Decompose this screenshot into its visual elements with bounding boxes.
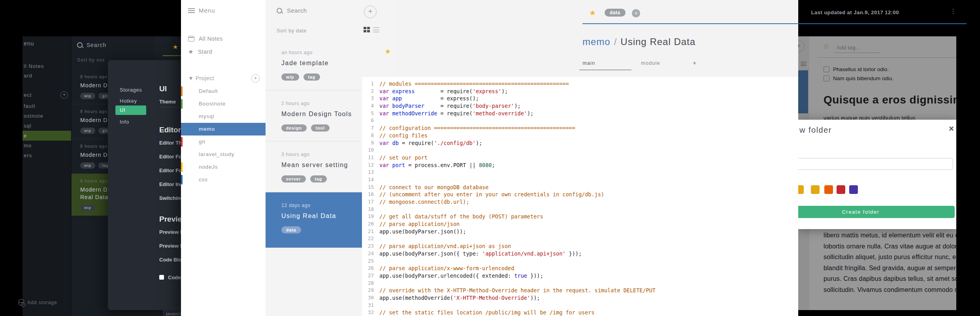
star-icon: ★: [188, 48, 194, 55]
settings-section-heading: Previe: [159, 215, 181, 224]
code-editor[interactable]: 1// modules ============================…: [362, 77, 798, 316]
add-tag-button[interactable]: +: [632, 9, 640, 17]
code-token: app.use(bodyParser.json());: [379, 228, 466, 235]
code-line: 10: [362, 147, 798, 154]
sidebar-folder-git[interactable]: git: [181, 135, 266, 148]
project-section-header[interactable]: ▼ Project: [188, 75, 214, 81]
add-tab-button[interactable]: +: [693, 60, 696, 67]
note-star-toggle[interactable]: ★: [589, 8, 596, 17]
settings-row-label: Editor For: [159, 154, 181, 160]
code-token: [389, 162, 392, 169]
line-number: 27: [362, 272, 374, 280]
code-token: // set the static files location /public…: [379, 309, 595, 316]
code-token: );: [476, 139, 482, 147]
sidebar-item-starred[interactable]: ★ Stard: [188, 48, 212, 55]
sidebar-folder-css[interactable]: css: [181, 173, 266, 186]
code-token: [389, 88, 392, 95]
close-icon[interactable]: ×: [949, 124, 954, 134]
dark-add-folder-button[interactable]: +: [60, 91, 68, 99]
all-notes-label: All Notes: [199, 36, 223, 42]
settings-nav-label: UI: [120, 107, 146, 113]
folder-color-bar: [181, 137, 183, 147]
add-storage-label: Add storage: [27, 300, 57, 305]
settings-checkbox[interactable]: [159, 275, 164, 280]
search-input[interactable]: Search: [277, 7, 307, 14]
add-folder-button[interactable]: +: [251, 74, 260, 83]
dark-folder-item[interactable]: sql: [23, 121, 71, 131]
dialog-title: w folder: [799, 126, 832, 135]
sort-selector[interactable]: Sort by date: [277, 28, 307, 34]
note-time: an hours ago: [281, 50, 386, 55]
note-star-icon[interactable]: ★: [385, 47, 391, 56]
line-number: 15: [362, 184, 374, 191]
code-token: './config/db': [434, 139, 476, 147]
dark-star-icon[interactable]: ★: [173, 43, 178, 51]
create-folder-button[interactable]: Create folder: [798, 206, 955, 218]
settings-nav-item[interactable]: Info: [120, 119, 129, 125]
color-swatch[interactable]: [849, 185, 858, 194]
add-storage-button[interactable]: Add storage: [19, 299, 57, 305]
folder-name-input[interactable]: [798, 158, 953, 170]
settings-row-label: Preview F: [159, 229, 181, 235]
list-view-icon[interactable]: [373, 27, 379, 32]
tab-module[interactable]: module: [641, 60, 660, 66]
code-token: );: [527, 110, 533, 117]
code-token: // set our port: [379, 154, 428, 162]
folder-label: nodeJs: [199, 164, 218, 170]
dark-folder-item[interactable]: ers: [23, 150, 71, 160]
code-line: 26// parse application/x-www-form-urlenc…: [362, 265, 798, 272]
code-token: app.use(bodyParser.urlencoded({ extended…: [379, 272, 514, 280]
dark-sidebar-item-starred[interactable]: ard: [24, 73, 32, 79]
color-swatch[interactable]: [837, 185, 845, 194]
sidebar-folder-nodeJs[interactable]: nodeJs: [181, 161, 266, 173]
new-note-button[interactable]: +: [364, 6, 377, 18]
note-title[interactable]: memo / Using Real Data: [582, 36, 695, 47]
color-swatch[interactable]: [798, 185, 804, 194]
note-tag-pill: server: [281, 175, 306, 182]
color-swatch[interactable]: [811, 185, 820, 194]
line-number: 11: [362, 154, 374, 162]
sidebar-folder-mysql[interactable]: mysql: [181, 110, 266, 123]
dark-project-header[interactable]: ect: [24, 92, 32, 98]
starred-label: Stard: [198, 49, 212, 55]
settings-nav-item[interactable]: Hotkey: [120, 98, 137, 104]
dark-search-input[interactable]: Search: [77, 42, 106, 48]
dark-folder-item[interactable]: e: [23, 131, 71, 141]
dark-sort-selector[interactable]: Sort by xxx: [77, 57, 105, 63]
dark-sidebar-item-all-notes[interactable]: ll Notes: [24, 63, 44, 69]
code-line: 6: [362, 117, 798, 124]
sidebar-item-all-notes[interactable]: All Notes: [188, 36, 223, 42]
settings-nav-item[interactable]: Storages: [120, 87, 142, 93]
settings-row-label: Editor For: [159, 167, 181, 173]
code-token: // (uncomment after you enter in your ow…: [379, 191, 604, 198]
line-number: 19: [362, 213, 374, 220]
code-token: );: [514, 102, 520, 110]
line-number: 18: [362, 206, 374, 213]
dark-tag-pill: wip: [80, 162, 95, 169]
grid-view-icon[interactable]: [364, 27, 370, 33]
sidebar-folder-Boostnote[interactable]: Boostnote: [181, 98, 266, 110]
dark-menu-button[interactable]: enu: [24, 40, 34, 47]
tab-main[interactable]: main: [582, 60, 595, 66]
color-swatch[interactable]: [824, 185, 833, 194]
code-token: = require(: [437, 110, 472, 117]
line-number: 25: [362, 258, 374, 265]
code-line: 25: [362, 258, 798, 265]
settings-nav-item-active[interactable]: UI: [115, 105, 146, 115]
sidebar-folder-laravel_study[interactable]: laravel_study: [181, 148, 266, 161]
line-number: 31: [362, 302, 374, 309]
line-number: 32: [362, 309, 374, 316]
note-menu-button[interactable]: ⋮: [950, 8, 956, 15]
sidebar-folder-memo[interactable]: memo: [181, 123, 266, 135]
code-token: // connect to our mongoDB database: [379, 184, 488, 191]
dark-folder-item[interactable]: ostnote: [23, 111, 71, 121]
dark-folder-item[interactable]: mo: [23, 141, 71, 150]
menu-button[interactable]: Menu: [188, 7, 215, 14]
code-token: // configuration =======================…: [379, 124, 575, 132]
dark-folder-item[interactable]: fault: [23, 101, 71, 111]
line-number: 16: [362, 191, 374, 198]
note-tag-pill[interactable]: data: [605, 9, 626, 17]
code-line: 3var app = express();: [362, 95, 798, 102]
code-line: 12var port = process.env.PORT || 8080;: [362, 162, 798, 169]
sidebar-folder-Default[interactable]: Default: [181, 85, 266, 98]
